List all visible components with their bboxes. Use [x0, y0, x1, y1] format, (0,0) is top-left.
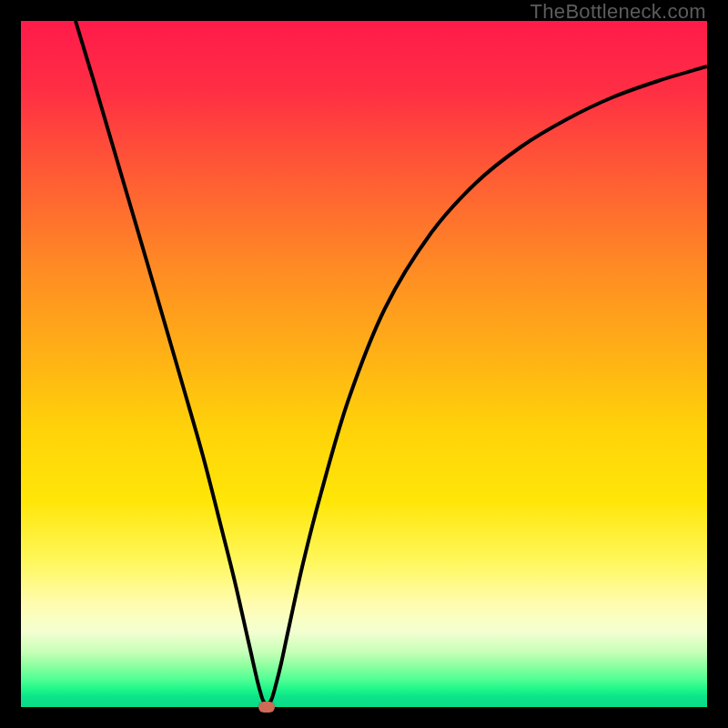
curve-svg — [21, 21, 707, 707]
chart-frame: TheBottleneck.com — [0, 0, 728, 728]
plot-area — [21, 21, 707, 707]
watermark-text: TheBottleneck.com — [531, 0, 706, 24]
optimal-point-marker — [258, 702, 275, 713]
bottleneck-curve — [76, 21, 707, 705]
